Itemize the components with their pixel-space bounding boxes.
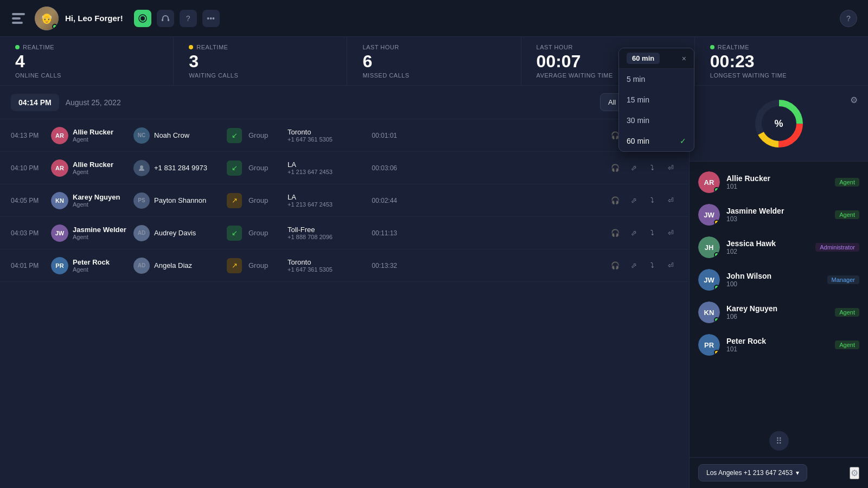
agent-role-badge-1: Agent xyxy=(835,210,859,219)
list-item[interactable]: JW Jasmine Welder 103 Agent xyxy=(690,198,868,231)
agent-status-dot-5 xyxy=(714,350,719,355)
call-record-btn-3[interactable]: ⏎ xyxy=(663,226,678,241)
agent-status-dot-4 xyxy=(714,317,719,323)
panel-bottom-gear-button[interactable]: ⚙ xyxy=(850,467,859,479)
agent-avatar-1: AR xyxy=(51,159,68,177)
location-text: Los Angeles +1 213 647 2453 xyxy=(706,469,793,477)
more-button[interactable]: ••• xyxy=(202,10,220,27)
table-row[interactable]: 04:03 PM JW Jasmine Welder Agent AD Audr… xyxy=(0,217,689,249)
panel-bottom: Los Angeles +1 213 647 2453 ▾ ⚙ xyxy=(690,457,868,488)
agent-status-dot-2 xyxy=(714,252,719,258)
dropdown-option-60min[interactable]: 60 min ✓ xyxy=(619,131,694,151)
caller-info-1: +1 831 284 9973 xyxy=(133,160,220,176)
list-item[interactable]: PR Peter Rock 101 Agent xyxy=(690,329,868,361)
grid-btn-container: ⠿ xyxy=(690,425,868,457)
group-label-3: Group xyxy=(248,229,281,237)
caller-initials-3: AD xyxy=(133,225,150,241)
agent-status-dot-1 xyxy=(714,220,719,225)
call-direction-badge-1: ↙ xyxy=(227,160,242,176)
call-listen-btn-2[interactable]: 🎧 xyxy=(608,193,623,208)
notifications-button[interactable] xyxy=(134,10,151,27)
stat-name-2: MISSED CALLS xyxy=(362,72,505,79)
call-direction-badge-2: ↗ xyxy=(227,193,242,208)
list-item[interactable]: JH Jessica Hawk 102 Administrator xyxy=(690,231,868,264)
agent-name-3: Jasmine Welder xyxy=(73,226,127,234)
right-panel: % ⚙ AR Allie Rucker 101 Agent JW xyxy=(689,86,868,488)
table-row[interactable]: 04:13 PM AR Allie Rucker Agent NC Noah C… xyxy=(0,119,689,152)
call-transfer-btn-2[interactable]: ⬀ xyxy=(626,193,641,208)
topnav: 👴 Hi, Leo Forger! ? ••• ? xyxy=(0,0,868,37)
dropdown-option-15min[interactable]: 15 min xyxy=(619,89,694,110)
agent-status-dot-3 xyxy=(714,285,719,290)
info-button[interactable]: ? xyxy=(180,10,197,27)
stat-value-2: 6 xyxy=(362,53,505,70)
call-listen-btn-3[interactable]: 🎧 xyxy=(608,226,623,241)
call-more-btn-3[interactable]: ⤵ xyxy=(644,226,660,241)
realtime-dot-1 xyxy=(189,45,193,49)
topnav-right: ? xyxy=(840,10,857,27)
grid-view-button[interactable]: ⠿ xyxy=(769,431,789,451)
list-item[interactable]: JW John Wilson 100 Manager xyxy=(690,264,868,296)
agent-list-info-5: Peter Rock 101 xyxy=(726,337,828,353)
agent-avatar-face-3: JW xyxy=(51,224,68,242)
call-listen-btn-4[interactable]: 🎧 xyxy=(608,258,623,273)
agent-avatar-face-2: KN xyxy=(51,192,68,209)
caller-name-1: +1 831 284 9973 xyxy=(154,164,207,172)
agent-role-badge-5: Agent xyxy=(835,341,859,349)
call-duration-2: 00:02:44 xyxy=(359,197,397,204)
call-more-btn-1[interactable]: ⤵ xyxy=(644,160,660,176)
call-record-btn-4[interactable]: ⏎ xyxy=(663,258,678,273)
help-button[interactable]: ? xyxy=(840,10,857,27)
agent-avatar-face-0: AR xyxy=(51,127,68,144)
panel-settings-button[interactable]: ⚙ xyxy=(846,92,861,107)
dropdown-option-5min[interactable]: 5 min xyxy=(619,69,694,89)
dropdown-option-30min[interactable]: 30 min xyxy=(619,110,694,131)
agent-list-name-0: Allie Rucker xyxy=(726,174,828,183)
call-transfer-btn-4[interactable]: ⬀ xyxy=(626,258,641,273)
call-location-4: Toronto +1 647 361 5305 xyxy=(288,258,353,273)
stat-name-4: LONGEST WAITING TIME xyxy=(710,72,853,79)
dropdown-close-button[interactable]: × xyxy=(682,54,686,63)
agent-list-avatar-5: PR xyxy=(698,334,720,356)
call-transfer-btn-3[interactable]: ⬀ xyxy=(626,226,641,241)
call-more-btn-4[interactable]: ⤵ xyxy=(644,258,660,273)
agent-info-2: KN Karey Nguyen Agent xyxy=(51,192,127,209)
table-row[interactable]: 04:05 PM KN Karey Nguyen Agent PS Payton… xyxy=(0,184,689,217)
call-record-btn-2[interactable]: ⏎ xyxy=(663,193,678,208)
table-row[interactable]: 04:10 PM AR Allie Rucker Agent +1 831 28… xyxy=(0,152,689,184)
svg-rect-5 xyxy=(162,19,163,21)
agent-name-2: Karey Nguyen xyxy=(73,193,127,201)
location-name-2: LA xyxy=(288,193,353,201)
stat-missed-calls: Last hour 6 MISSED CALLS xyxy=(347,37,521,85)
agent-text-1: Allie Rucker Agent xyxy=(73,160,127,175)
current-time-badge: 04:14 PM xyxy=(11,94,59,111)
call-direction-badge-4: ↗ xyxy=(227,258,242,273)
location-num-3: +1 888 708 2096 xyxy=(288,234,353,240)
call-duration-0: 00:01:01 xyxy=(359,132,397,139)
agent-avatar-face-1: AR xyxy=(51,159,68,177)
stat-waiting-calls: Realtime 3 WAITING CALLS xyxy=(174,37,347,85)
panel-header: % ⚙ xyxy=(690,86,868,162)
agent-list-ext-5: 101 xyxy=(726,345,828,353)
stat-period-1: Realtime xyxy=(196,44,228,50)
agent-list-ext-1: 103 xyxy=(726,215,828,223)
online-status-dot xyxy=(52,24,58,29)
call-listen-btn-1[interactable]: 🎧 xyxy=(608,160,623,176)
location-selector[interactable]: Los Angeles +1 213 647 2453 ▾ xyxy=(698,464,807,481)
headset-button[interactable] xyxy=(157,10,174,27)
call-transfer-btn-1[interactable]: ⬀ xyxy=(626,160,641,176)
agent-info-1: AR Allie Rucker Agent xyxy=(51,159,127,177)
call-more-btn-2[interactable]: ⤵ xyxy=(644,193,660,208)
call-duration-1: 00:03:06 xyxy=(359,164,397,172)
check-icon: ✓ xyxy=(680,137,686,145)
list-item[interactable]: KN Karey Nguyen 106 Agent xyxy=(690,296,868,329)
agent-status-dot-0 xyxy=(714,187,719,192)
time-filter-dropdown: 60 min × 5 min 15 min 30 min 60 min ✓ xyxy=(618,48,694,152)
call-actions-2: 🎧 ⬀ ⤵ ⏎ xyxy=(608,193,678,208)
table-row[interactable]: 04:01 PM PR Peter Rock Agent AD Angela D… xyxy=(0,249,689,282)
dropdown-header: 60 min × xyxy=(619,48,694,69)
call-record-btn-1[interactable]: ⏎ xyxy=(663,160,678,176)
list-item[interactable]: AR Allie Rucker 101 Agent xyxy=(690,166,868,198)
agent-list-info-2: Jessica Hawk 102 xyxy=(726,239,809,255)
agent-list-name-1: Jasmine Welder xyxy=(726,207,828,215)
